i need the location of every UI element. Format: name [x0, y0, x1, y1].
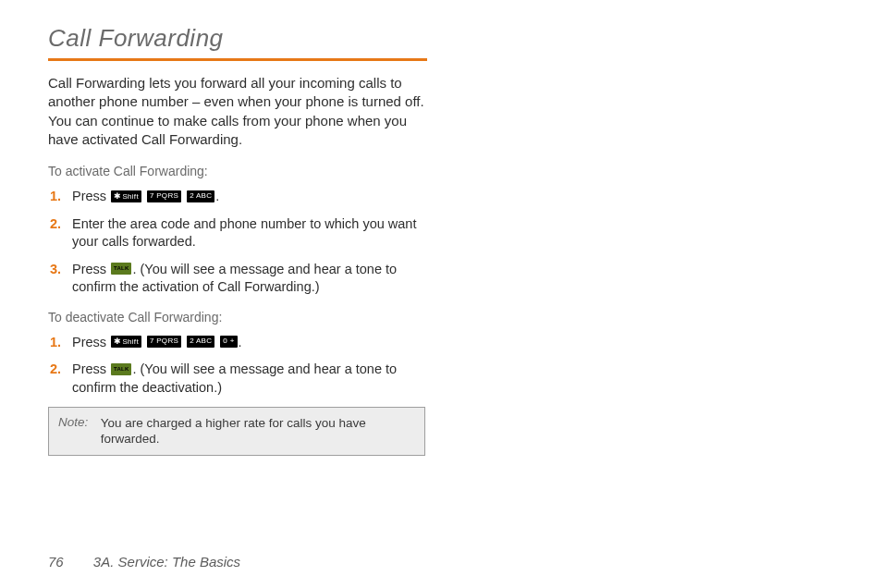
step-text: Press	[72, 189, 110, 203]
step-text: Press	[72, 361, 110, 376]
key-star-shift: ✱Shift	[111, 190, 141, 202]
activate-heading: To activate Call Forwarding:	[48, 164, 427, 178]
deactivate-heading: To deactivate Call Forwarding:	[48, 310, 427, 325]
deactivate-steps: Press ✱Shift 7 PQRS 2 ABC 0 +. Press TAL…	[48, 334, 427, 398]
key-talk: TALK	[111, 363, 131, 375]
step-text: .	[239, 335, 242, 349]
deactivate-step-2: Press TALK. (You will see a message and …	[68, 361, 427, 397]
deactivate-step-1: Press ✱Shift 7 PQRS 2 ABC 0 +.	[68, 334, 427, 352]
key-star-shift: ✱Shift	[111, 336, 141, 348]
key-7: 7 PQRS	[147, 336, 181, 348]
activate-step-3: Press TALK. (You will see a message and …	[68, 261, 427, 297]
section-title: 3A. Service: The Basics	[93, 554, 240, 570]
step-text: Press	[72, 335, 110, 349]
note-label: Note:	[58, 415, 97, 429]
manual-page: Call Forwarding Call Forwarding lets you…	[0, 0, 882, 588]
key-talk: TALK	[111, 263, 131, 275]
step-text: Press	[72, 262, 110, 276]
activate-step-2: Enter the area code and phone number to …	[68, 215, 427, 251]
page-footer: 76 3A. Service: The Basics	[48, 554, 240, 570]
intro-paragraph: Call Forwarding lets you forward all you…	[48, 74, 427, 149]
note-box: Note: You are charged a higher rate for …	[48, 407, 425, 456]
page-number: 76	[48, 554, 64, 570]
page-title: Call Forwarding	[48, 24, 427, 58]
key-0: 0 +	[220, 336, 237, 348]
content-column: Call Forwarding Call Forwarding lets you…	[48, 24, 427, 456]
step-text: .	[215, 189, 219, 203]
title-rule	[48, 58, 427, 61]
key-2: 2 ABC	[187, 190, 214, 202]
activate-step-1: Press ✱Shift 7 PQRS 2 ABC.	[68, 188, 427, 206]
key-7: 7 PQRS	[147, 190, 181, 202]
key-2: 2 ABC	[187, 336, 214, 348]
activate-steps: Press ✱Shift 7 PQRS 2 ABC. Enter the are…	[48, 188, 427, 297]
note-text: You are charged a higher rate for calls …	[101, 415, 406, 447]
